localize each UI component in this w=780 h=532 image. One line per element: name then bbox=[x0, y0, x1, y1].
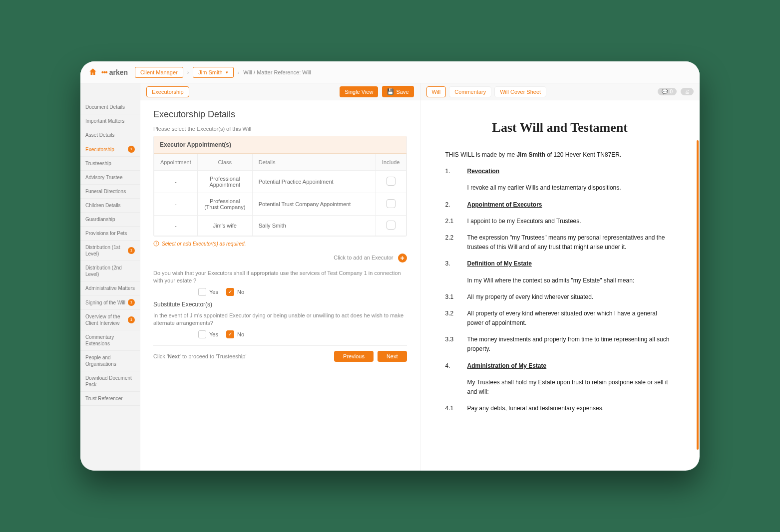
document-title: Last Will and Testament bbox=[445, 120, 675, 135]
sidebar-item-label: People and Organisations bbox=[85, 354, 135, 367]
question-1: Do you wish that your Executors shall if… bbox=[153, 269, 407, 285]
sidebar-item-15[interactable]: Commentary Extensions bbox=[80, 330, 140, 351]
warning-row: Select or add Executor(s) as required. bbox=[153, 241, 407, 247]
sidebar-item-label: Provisions for Pets bbox=[85, 230, 127, 237]
print-button[interactable]: 🖨 bbox=[681, 88, 694, 95]
sidebar-item-label: Trust Referencer bbox=[85, 395, 123, 402]
sidebar-item-label: Important Matters bbox=[85, 118, 124, 124]
section-3-3: 3.3The money investments and property fr… bbox=[445, 335, 675, 354]
cell-include bbox=[376, 171, 406, 193]
col-include: Include bbox=[376, 154, 406, 171]
save-icon: 💾 bbox=[387, 88, 394, 95]
table-row: -Jim's wifeSally Smith bbox=[154, 216, 406, 236]
brand-logo: ••• arken bbox=[101, 68, 128, 76]
sidebar-item-10[interactable]: Distribution (1st Level)1 bbox=[80, 241, 140, 261]
col-details: Details bbox=[252, 154, 376, 171]
sidebar-item-label: Signing of the Will bbox=[85, 299, 125, 306]
include-checkbox[interactable] bbox=[387, 199, 395, 208]
include-checkbox[interactable] bbox=[387, 221, 395, 230]
doc-tab-commentary[interactable]: Commentary bbox=[449, 86, 491, 97]
comment-counter[interactable]: 💬 0 bbox=[658, 88, 677, 95]
chevron-down-icon: ▾ bbox=[226, 70, 228, 75]
sidebar-item-label: Funeral Directions bbox=[85, 188, 126, 195]
chevron-right-icon: › bbox=[187, 69, 189, 75]
client-manager-label: Client Manager bbox=[140, 69, 178, 75]
sidebar-item-label: Children Details bbox=[85, 202, 121, 209]
sidebar-badge: 1 bbox=[128, 299, 135, 306]
client-manager-crumb[interactable]: Client Manager bbox=[135, 67, 183, 78]
tab-executorship[interactable]: Executorship bbox=[146, 86, 189, 97]
sidebar-item-2[interactable]: Asset Details bbox=[80, 128, 140, 142]
section-1-head: 1.Revocation bbox=[445, 167, 675, 176]
alert-icon bbox=[153, 241, 159, 247]
sidebar-item-12[interactable]: Administrative Matters bbox=[80, 281, 140, 295]
sidebar-item-label: Trusteeship bbox=[85, 160, 111, 167]
sidebar-item-13[interactable]: Signing of the Will1 bbox=[80, 295, 140, 310]
form-subtitle: Please select the Executor(s) of this Wi… bbox=[153, 126, 407, 132]
doc-tab-will-cover-sheet[interactable]: Will Cover Sheet bbox=[494, 86, 546, 97]
chevron-right-icon: › bbox=[238, 69, 240, 75]
sidebar-item-7[interactable]: Children Details bbox=[80, 199, 140, 213]
q1-yes-option[interactable]: Yes bbox=[198, 288, 218, 296]
sidebar-item-0[interactable]: Document Details bbox=[80, 100, 140, 114]
executor-block-header: Executor Appointment(s) bbox=[154, 136, 406, 154]
next-button[interactable]: Next bbox=[378, 351, 407, 362]
home-icon[interactable] bbox=[88, 67, 97, 77]
left-tabbar: Executorship Single View 💾 Save bbox=[140, 83, 420, 100]
sidebar-item-label: Commentary Extensions bbox=[85, 334, 135, 347]
form-area: Executorship Details Please select the E… bbox=[140, 100, 420, 471]
substitute-executors-title: Substitute Executor(s) bbox=[153, 301, 407, 308]
sidebar-item-5[interactable]: Advisory Trustee bbox=[80, 171, 140, 185]
warning-text: Select or add Executor(s) as required. bbox=[162, 241, 246, 247]
add-executor-row: Click to add an Executor + bbox=[153, 254, 407, 263]
single-view-button[interactable]: Single View bbox=[340, 86, 378, 97]
logo-dots-icon: ••• bbox=[101, 68, 107, 76]
form-footer: Click 'Next' to proceed to 'Trusteeship'… bbox=[153, 345, 407, 362]
col-class: Class bbox=[197, 154, 252, 171]
table-row: -Professional (Trust Company)Potential T… bbox=[154, 193, 406, 216]
scrollbar-indicator[interactable] bbox=[697, 140, 699, 450]
section-3-2: 3.2All property of every kind wherever s… bbox=[445, 309, 675, 328]
cell-class: Professional (Trust Company) bbox=[197, 193, 252, 216]
sidebar-item-1[interactable]: Important Matters bbox=[80, 114, 140, 128]
sidebar-item-label: Advisory Trustee bbox=[85, 174, 122, 181]
sidebar-item-18[interactable]: Trust Referencer bbox=[80, 392, 140, 406]
section-2-2: 2.2The expression "my Trustees" means my… bbox=[445, 233, 675, 252]
include-checkbox[interactable] bbox=[387, 177, 395, 186]
col-appointment: Appointment bbox=[154, 154, 198, 171]
q2-no-option[interactable]: No bbox=[226, 330, 244, 338]
sidebar-item-label: Guardianship bbox=[85, 216, 115, 223]
sidebar-item-14[interactable]: Overview of the Client Interview1 bbox=[80, 310, 140, 330]
document-preview: Last Will and Testament THIS WILL is mad… bbox=[420, 100, 700, 471]
sidebar-item-label: Executorship bbox=[85, 146, 114, 153]
section-2-1: 2.1I appoint to be my Executors and Trus… bbox=[445, 217, 675, 226]
add-executor-button[interactable]: + bbox=[398, 254, 407, 263]
previous-button[interactable]: Previous bbox=[334, 351, 374, 362]
sidebar-item-9[interactable]: Provisions for Pets bbox=[80, 227, 140, 241]
question-2-options: Yes No bbox=[198, 330, 407, 338]
save-button[interactable]: 💾 Save bbox=[382, 86, 413, 97]
cell-appointment: - bbox=[154, 193, 198, 216]
q2-yes-option[interactable]: Yes bbox=[198, 330, 218, 338]
sidebar-item-17[interactable]: Download Document Pack bbox=[80, 371, 140, 392]
top-breadcrumb-bar: ••• arken Client Manager › Jim Smith ▾ ›… bbox=[80, 61, 700, 83]
cell-details: Potential Trust Company Appointment bbox=[252, 193, 376, 216]
sidebar-item-16[interactable]: People and Organisations bbox=[80, 351, 140, 371]
sidebar-item-4[interactable]: Trusteeship bbox=[80, 157, 140, 171]
sidebar-item-8[interactable]: Guardianship bbox=[80, 213, 140, 227]
q1-no-option[interactable]: No bbox=[226, 288, 244, 296]
doc-tab-will[interactable]: Will bbox=[426, 86, 446, 97]
section-4-lead: My Trustees shall hold my Estate upon tr… bbox=[445, 378, 675, 397]
client-name-label: Jim Smith bbox=[198, 69, 222, 75]
cell-appointment: - bbox=[154, 171, 198, 193]
sidebar-item-3[interactable]: Executorship1 bbox=[80, 142, 140, 157]
comment-icon: 💬 bbox=[662, 89, 668, 94]
sidebar-item-11[interactable]: Distribution (2nd Level) bbox=[80, 261, 140, 281]
section-3-1: 3.1All my property of every kind whereve… bbox=[445, 292, 675, 302]
sidebar-item-6[interactable]: Funeral Directions bbox=[80, 185, 140, 199]
print-icon: 🖨 bbox=[685, 89, 690, 94]
client-name-crumb[interactable]: Jim Smith ▾ bbox=[193, 67, 233, 78]
sidebar-nav: Document DetailsImportant MattersAsset D… bbox=[80, 83, 140, 471]
table-row: -Professional AppointmentPotential Pract… bbox=[154, 171, 406, 193]
cell-details: Sally Smith bbox=[252, 216, 376, 236]
